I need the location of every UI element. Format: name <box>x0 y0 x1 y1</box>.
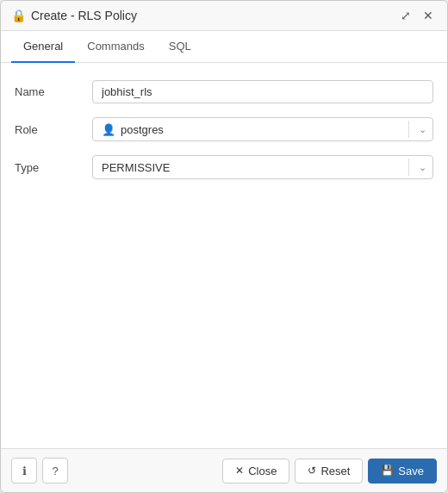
role-user-icon: 👤 <box>102 123 115 136</box>
lock-icon: 🔒 <box>11 9 26 22</box>
name-label: Name <box>15 85 92 98</box>
name-input[interactable] <box>92 80 433 103</box>
tab-sql[interactable]: SQL <box>157 31 203 63</box>
dialog-close-button[interactable]: ✕ <box>420 8 437 23</box>
role-select[interactable]: 👤 postgres <box>92 117 433 141</box>
header-actions: ⤢ ✕ <box>397 8 437 23</box>
save-button[interactable]: 💾 Save <box>368 459 437 484</box>
type-select[interactable]: PERMISSIVE <box>92 155 433 179</box>
name-row: Name <box>15 80 433 103</box>
reset-button[interactable]: ↺ Reset <box>295 459 363 484</box>
role-label: Role <box>15 123 92 136</box>
tab-commands[interactable]: Commands <box>75 31 156 63</box>
type-select-divider <box>408 159 409 176</box>
type-value: PERMISSIVE <box>102 161 170 174</box>
save-icon: 💾 <box>381 465 394 477</box>
help-button[interactable]: ? <box>42 458 68 484</box>
select-divider <box>408 121 409 138</box>
expand-button[interactable]: ⤢ <box>397 8 414 23</box>
reset-label: Reset <box>320 465 350 477</box>
dialog-header: 🔒 Create - RLS Policy ⤢ ✕ <box>1 1 447 31</box>
save-label: Save <box>398 465 424 477</box>
role-select-wrapper: 👤 postgres ⌄ <box>92 117 433 141</box>
dialog-footer: ℹ ? ✕ Close ↺ Reset 💾 Save <box>1 448 447 492</box>
type-row: Type PERMISSIVE ⌄ <box>15 155 433 179</box>
tab-bar: General Commands SQL <box>1 31 447 63</box>
info-button[interactable]: ℹ <box>11 458 37 484</box>
close-icon: ✕ <box>235 465 244 477</box>
name-control <box>92 80 433 103</box>
dialog-title: Create - RLS Policy <box>31 9 397 22</box>
close-label: Close <box>248 465 277 477</box>
role-value: postgres <box>121 123 164 136</box>
type-control: PERMISSIVE ⌄ <box>92 155 433 179</box>
role-control: 👤 postgres ⌄ <box>92 117 433 141</box>
close-button[interactable]: ✕ Close <box>222 459 289 484</box>
tab-general[interactable]: General <box>11 31 75 63</box>
type-select-wrapper: PERMISSIVE ⌄ <box>92 155 433 179</box>
footer-action-buttons: ✕ Close ↺ Reset 💾 Save <box>222 459 437 484</box>
type-label: Type <box>15 161 92 174</box>
reset-icon: ↺ <box>308 465 316 477</box>
footer-info-buttons: ℹ ? <box>11 458 68 484</box>
help-icon: ? <box>52 465 58 477</box>
info-icon: ℹ <box>22 465 27 477</box>
dialog-body: Name Role 👤 postgres ⌄ Type <box>1 63 447 448</box>
rls-policy-dialog: 🔒 Create - RLS Policy ⤢ ✕ General Comman… <box>0 0 448 493</box>
role-row: Role 👤 postgres ⌄ <box>15 117 433 141</box>
